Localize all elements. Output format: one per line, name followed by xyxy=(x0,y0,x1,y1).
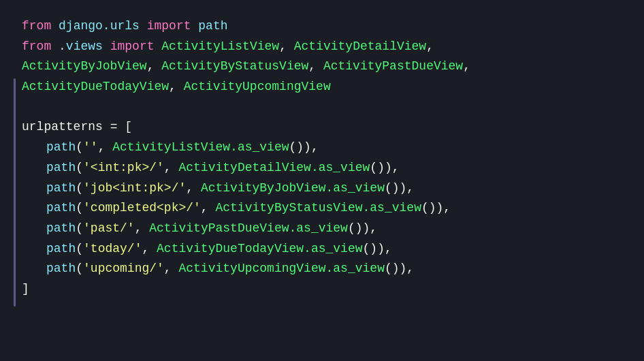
code-token xyxy=(117,117,125,138)
code-token: () xyxy=(289,138,304,158)
code-token: () xyxy=(421,198,436,219)
code-token: , xyxy=(135,219,150,239)
code-token: () xyxy=(370,158,385,178)
code-token: path xyxy=(46,259,76,279)
code-line: from django.urls import path xyxy=(22,16,622,37)
code-token: ), xyxy=(385,158,400,178)
code-token: import xyxy=(110,37,155,57)
code-token: , xyxy=(308,57,323,77)
code-token: ( xyxy=(76,239,83,260)
code-token: django.urls xyxy=(59,16,140,37)
code-token: import xyxy=(147,16,191,37)
code-token: .as_view xyxy=(230,138,289,158)
code-token: .as_view xyxy=(289,219,348,239)
code-token: path xyxy=(46,178,76,199)
code-editor: from django.urls import pathfrom .views … xyxy=(0,0,644,361)
code-token: .as_view xyxy=(304,239,362,260)
code-token: ActivityByStatusView xyxy=(161,57,308,77)
code-line: path('past/', ActivityPastDueView.as_vie… xyxy=(22,219,622,239)
code-token: urlpatterns xyxy=(22,117,103,138)
code-token: path xyxy=(46,239,76,260)
code-line: from .views import ActivityListView, Act… xyxy=(22,37,622,57)
code-token xyxy=(154,37,161,57)
code-token: , xyxy=(463,57,470,77)
code-token: ( xyxy=(76,259,83,279)
code-token xyxy=(103,117,110,138)
code-token: () xyxy=(363,239,378,260)
left-border-indicator xyxy=(14,78,16,307)
code-token xyxy=(140,16,147,37)
code-token: ( xyxy=(76,219,83,239)
code-token: 'past/' xyxy=(83,219,135,239)
code-token: .as_view xyxy=(326,259,385,279)
code-line: urlpatterns = [ xyxy=(22,117,622,138)
code-token: 'job<int:pk>/' xyxy=(83,178,186,199)
code-token: ( xyxy=(76,178,83,199)
code-token: from xyxy=(22,16,51,37)
code-token xyxy=(191,16,198,37)
code-token: ( xyxy=(76,158,83,178)
code-token: () xyxy=(348,219,363,239)
code-token: ActivityDueTodayView xyxy=(157,239,304,260)
code-line: path('<int:pk>/', ActivityDetailView.as_… xyxy=(22,158,622,178)
code-token: from xyxy=(22,37,51,57)
code-token: , xyxy=(186,178,201,199)
code-token: ), xyxy=(304,138,319,158)
code-token xyxy=(51,37,59,57)
code-token: ), xyxy=(400,259,415,279)
code-token: ActivityListView xyxy=(161,37,279,57)
code-token xyxy=(103,37,110,57)
code-line: path('', ActivityListView.as_view()), xyxy=(22,138,622,158)
code-token: 'today/' xyxy=(83,239,142,260)
code-token: [ xyxy=(125,117,132,138)
code-token: ActivityDetailView xyxy=(178,158,310,178)
code-token: path xyxy=(198,16,227,37)
code-token: ), xyxy=(363,219,378,239)
code-token: , xyxy=(426,37,434,57)
code-block: from django.urls import pathfrom .views … xyxy=(22,16,622,300)
code-token: path xyxy=(46,158,76,178)
code-token: ActivityDueTodayView xyxy=(22,77,169,97)
code-token: ActivityByJobView xyxy=(201,178,326,199)
code-token: , xyxy=(98,138,113,158)
code-token: ActivityUpcomingView xyxy=(184,77,331,97)
code-token: views xyxy=(66,37,103,57)
code-token: () xyxy=(385,178,400,199)
code-token: , xyxy=(279,37,294,57)
code-line: path('upcoming/', ActivityUpcomingView.a… xyxy=(22,259,622,279)
code-token: path xyxy=(46,198,76,219)
code-token: . xyxy=(59,37,66,57)
code-token: ), xyxy=(377,239,392,260)
code-token: ] xyxy=(22,279,29,300)
code-token: () xyxy=(385,259,400,279)
code-token: ActivityUpcomingView xyxy=(178,259,325,279)
code-line: ActivityByJobView, ActivityByStatusView,… xyxy=(22,57,622,77)
code-line: ActivityDueTodayView, ActivityUpcomingVi… xyxy=(22,77,622,97)
code-line: path('today/', ActivityDueTodayView.as_v… xyxy=(22,239,622,260)
code-token: ( xyxy=(76,138,83,158)
code-token: ), xyxy=(400,178,415,199)
code-token: = xyxy=(110,117,118,138)
code-token: ActivityByJobView xyxy=(22,57,147,77)
code-token: ActivityDetailView xyxy=(294,37,426,57)
code-token: ActivityListView xyxy=(112,138,230,158)
code-token: .as_view xyxy=(326,178,385,199)
code-token: 'completed<pk>/' xyxy=(83,198,201,219)
code-token: '<int:pk>/' xyxy=(83,158,164,178)
code-token: ), xyxy=(436,198,451,219)
code-token: .as_view xyxy=(311,158,370,178)
code-token: , xyxy=(142,239,157,260)
code-line: path('completed<pk>/', ActivityByStatusV… xyxy=(22,198,622,219)
code-token: path xyxy=(46,138,76,158)
code-token: .as_view xyxy=(363,198,421,219)
code-token: path xyxy=(46,219,76,239)
code-token: , xyxy=(169,77,184,97)
code-token: 'upcoming/' xyxy=(83,259,164,279)
code-token: , xyxy=(201,198,216,219)
code-token: ActivityPastDueView xyxy=(323,57,463,77)
code-token: , xyxy=(147,57,162,77)
code-token: ( xyxy=(76,198,83,219)
code-token: , xyxy=(164,259,179,279)
code-token: ActivityByStatusView xyxy=(215,198,362,219)
code-token: , xyxy=(164,158,179,178)
